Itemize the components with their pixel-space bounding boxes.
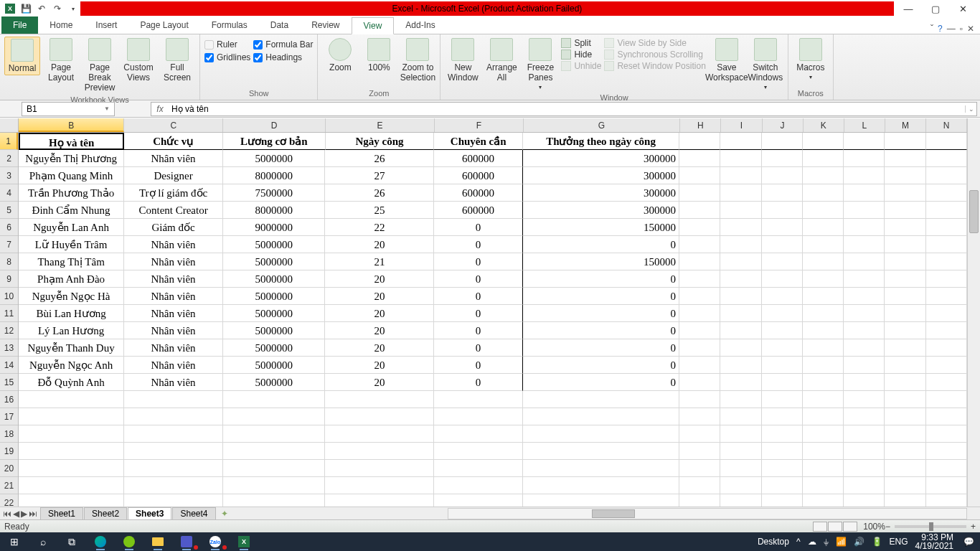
- cell[interactable]: [762, 305, 803, 322]
- column-header[interactable]: F: [435, 118, 524, 132]
- volume-icon[interactable]: 🔊: [854, 537, 864, 547]
- column-header[interactable]: E: [326, 118, 435, 132]
- cell[interactable]: 5000000: [223, 339, 325, 357]
- cell[interactable]: Trần Phương Thảo: [19, 184, 124, 202]
- column-header[interactable]: G: [524, 118, 681, 132]
- cell[interactable]: [844, 133, 885, 150]
- cell[interactable]: [720, 339, 761, 357]
- cell[interactable]: [720, 460, 761, 477]
- cell[interactable]: Nhân viên: [124, 150, 223, 167]
- row-header[interactable]: 22: [0, 494, 18, 507]
- cell[interactable]: [844, 288, 885, 305]
- cell[interactable]: [885, 322, 925, 339]
- cell[interactable]: [803, 357, 844, 374]
- sheet-nav-prev-icon[interactable]: ◀: [13, 509, 19, 519]
- cell[interactable]: [19, 391, 124, 408]
- cell[interactable]: [885, 443, 925, 460]
- cell[interactable]: [926, 391, 967, 408]
- cell[interactable]: Đinh Cẩm Nhung: [19, 202, 124, 219]
- view-side-by-side-button[interactable]: View Side by Side: [604, 38, 705, 48]
- cell[interactable]: [803, 425, 844, 443]
- cell[interactable]: 8000000: [223, 167, 325, 184]
- cell[interactable]: [885, 477, 925, 494]
- cell[interactable]: [720, 322, 761, 339]
- cell[interactable]: [762, 477, 803, 494]
- cell[interactable]: [679, 184, 720, 202]
- cell[interactable]: 5000000: [223, 150, 325, 167]
- cell[interactable]: [720, 443, 761, 460]
- cell[interactable]: [679, 443, 720, 460]
- new-window-button[interactable]: New Window: [445, 37, 481, 84]
- cell[interactable]: [803, 253, 844, 270]
- row-header[interactable]: 13: [0, 339, 18, 357]
- cell[interactable]: [124, 460, 223, 477]
- gridlines-checkbox[interactable]: Gridlines: [204, 52, 250, 62]
- system-clock[interactable]: 9:33 PM4/19/2021: [915, 533, 956, 550]
- reset-window-position-button[interactable]: Reset Window Position: [604, 61, 705, 71]
- row-header[interactable]: 19: [0, 443, 18, 460]
- cell[interactable]: 5000000: [223, 374, 325, 391]
- cell[interactable]: 5000000: [223, 253, 325, 270]
- cell[interactable]: [844, 443, 885, 460]
- cell[interactable]: [926, 494, 967, 507]
- cell[interactable]: [523, 477, 679, 494]
- cell[interactable]: [885, 460, 925, 477]
- undo-icon[interactable]: ↶: [34, 1, 49, 16]
- cell[interactable]: [223, 460, 325, 477]
- cell[interactable]: Nhân viên: [124, 305, 223, 322]
- cell[interactable]: 0: [434, 270, 523, 288]
- cell[interactable]: [803, 339, 844, 357]
- cell[interactable]: [679, 219, 720, 236]
- tab-home[interactable]: Home: [38, 17, 84, 34]
- cell[interactable]: Nhân viên: [124, 322, 223, 339]
- cell[interactable]: 26: [325, 150, 434, 167]
- cell[interactable]: Nguyễn Lan Anh: [19, 219, 124, 236]
- cell[interactable]: 22: [325, 219, 434, 236]
- cell[interactable]: [434, 391, 523, 408]
- cell[interactable]: [803, 184, 844, 202]
- cell[interactable]: 0: [434, 357, 523, 374]
- cell[interactable]: Bùi Lan Hương: [19, 305, 124, 322]
- cell[interactable]: 150000: [523, 219, 679, 236]
- cell[interactable]: 0: [434, 374, 523, 391]
- cell[interactable]: 300000: [523, 150, 679, 167]
- tab-data[interactable]: Data: [259, 17, 300, 34]
- cell[interactable]: [844, 408, 885, 425]
- cell[interactable]: Nguyễn Ngọc Hà: [19, 288, 124, 305]
- cell[interactable]: [926, 270, 967, 288]
- window-restore-icon[interactable]: ▫: [960, 24, 963, 34]
- row-header[interactable]: 12: [0, 322, 18, 339]
- cell[interactable]: [720, 374, 761, 391]
- row-header[interactable]: 2: [0, 150, 18, 167]
- formula-input[interactable]: Họ và tên: [169, 104, 965, 114]
- cell[interactable]: [325, 477, 434, 494]
- row-header[interactable]: 8: [0, 253, 18, 270]
- tab-review[interactable]: Review: [300, 17, 351, 34]
- cell[interactable]: [720, 219, 761, 236]
- cell[interactable]: 7500000: [223, 184, 325, 202]
- cell[interactable]: [926, 477, 967, 494]
- cell[interactable]: 20: [325, 322, 434, 339]
- cell[interactable]: [679, 494, 720, 507]
- headings-checkbox[interactable]: Headings: [253, 52, 313, 62]
- battery-icon[interactable]: 🔋: [872, 537, 882, 547]
- cell[interactable]: Chuyên cần: [434, 133, 523, 150]
- cell[interactable]: Nhân viên: [124, 357, 223, 374]
- new-sheet-icon[interactable]: ✦: [217, 509, 232, 519]
- cell[interactable]: [844, 339, 885, 357]
- cell[interactable]: 150000: [523, 253, 679, 270]
- cell[interactable]: 0: [523, 270, 679, 288]
- row-header[interactable]: 1: [0, 133, 18, 150]
- column-header[interactable]: H: [680, 118, 721, 132]
- cell[interactable]: [803, 408, 844, 425]
- zalo-icon[interactable]: Zalo: [201, 532, 230, 551]
- sheet-tab[interactable]: Sheet2: [84, 507, 127, 519]
- cell[interactable]: 0: [523, 357, 679, 374]
- cell[interactable]: 0: [523, 236, 679, 253]
- view-page-break-icon[interactable]: [843, 522, 857, 532]
- cell[interactable]: [679, 357, 720, 374]
- row-header[interactable]: 5: [0, 202, 18, 219]
- wifi-icon[interactable]: 📶: [836, 537, 847, 547]
- cell[interactable]: [720, 236, 761, 253]
- cell[interactable]: [762, 288, 803, 305]
